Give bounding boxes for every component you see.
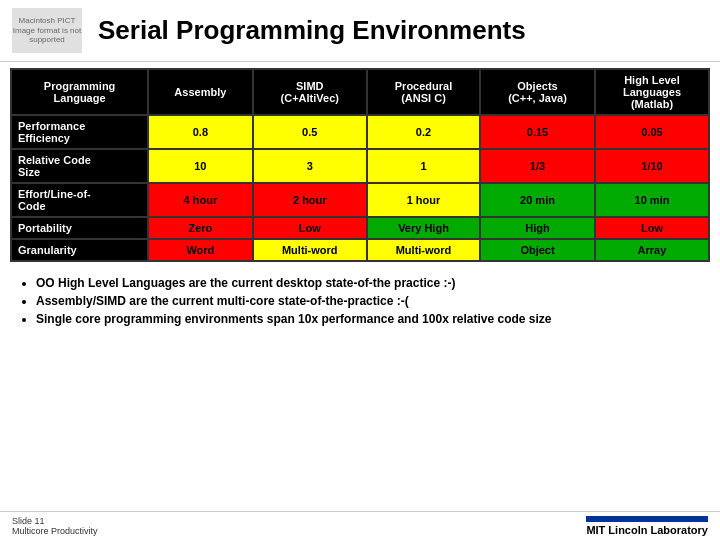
cell-effort-objects: 20 min — [480, 183, 595, 217]
table-row: PerformanceEfficiency 0.8 0.5 0.2 0.15 0… — [11, 115, 709, 149]
cell-effort-highlevel: 10 min — [595, 183, 709, 217]
cell-perf-highlevel: 0.05 — [595, 115, 709, 149]
cell-gran-highlevel: Array — [595, 239, 709, 261]
row-header-effort: Effort/Line-of-Code — [11, 183, 148, 217]
row-header-gran: Granularity — [11, 239, 148, 261]
cell-code-objects: 1/3 — [480, 149, 595, 183]
col-header-lang: ProgrammingLanguage — [11, 69, 148, 115]
cell-effort-simd: 2 hour — [253, 183, 367, 217]
cell-port-procedural: Very High — [367, 217, 480, 239]
table-row: Effort/Line-of-Code 4 hour 2 hour 1 hour… — [11, 183, 709, 217]
footer-bar — [586, 516, 708, 522]
row-header-code: Relative CodeSize — [11, 149, 148, 183]
cell-gran-procedural: Multi-word — [367, 239, 480, 261]
cell-perf-objects: 0.15 — [480, 115, 595, 149]
table-container: ProgrammingLanguage Assembly SIMD(C+Alti… — [0, 62, 720, 268]
cell-effort-procedural: 1 hour — [367, 183, 480, 217]
footer-left: Slide 11 Multicore Productivity — [12, 516, 98, 536]
list-item: OO High Level Languages are the current … — [36, 276, 708, 290]
cell-port-highlevel: Low — [595, 217, 709, 239]
page-title: Serial Programming Environments — [98, 15, 526, 46]
col-header-assembly: Assembly — [148, 69, 252, 115]
comparison-table: ProgrammingLanguage Assembly SIMD(C+Alti… — [10, 68, 710, 262]
cell-port-objects: High — [480, 217, 595, 239]
course-label: Multicore Productivity — [12, 526, 98, 536]
list-item: Assembly/SIMD are the current multi-core… — [36, 294, 708, 308]
cell-gran-assembly: Word — [148, 239, 252, 261]
list-item: Single core programming environments spa… — [36, 312, 708, 326]
cell-perf-simd: 0.5 — [253, 115, 367, 149]
col-header-procedural: Procedural(ANSI C) — [367, 69, 480, 115]
cell-effort-assembly: 4 hour — [148, 183, 252, 217]
footer: Slide 11 Multicore Productivity MIT Linc… — [0, 511, 720, 540]
col-header-objects: Objects(C++, Java) — [480, 69, 595, 115]
row-header-perf: PerformanceEfficiency — [11, 115, 148, 149]
footer-right: MIT Lincoln Laboratory — [586, 516, 708, 536]
cell-port-simd: Low — [253, 217, 367, 239]
table-row: Portability Zero Low Very High High Low — [11, 217, 709, 239]
cell-code-highlevel: 1/10 — [595, 149, 709, 183]
cell-code-simd: 3 — [253, 149, 367, 183]
cell-perf-assembly: 0.8 — [148, 115, 252, 149]
logo: Macintosh PICT Image format is not suppo… — [12, 8, 82, 53]
page: Macintosh PICT Image format is not suppo… — [0, 0, 720, 540]
col-header-simd: SIMD(C+AltiVec) — [253, 69, 367, 115]
table-row: Relative CodeSize 10 3 1 1/3 1/10 — [11, 149, 709, 183]
org-label: MIT Lincoln Laboratory — [586, 524, 708, 536]
table-row: Granularity Word Multi-word Multi-word O… — [11, 239, 709, 261]
slide-label: Slide 11 — [12, 516, 98, 526]
cell-code-procedural: 1 — [367, 149, 480, 183]
cell-perf-procedural: 0.2 — [367, 115, 480, 149]
cell-code-assembly: 10 — [148, 149, 252, 183]
cell-gran-objects: Object — [480, 239, 595, 261]
cell-port-assembly: Zero — [148, 217, 252, 239]
bullet-list: OO High Level Languages are the current … — [12, 276, 708, 326]
row-header-port: Portability — [11, 217, 148, 239]
bullets-section: OO High Level Languages are the current … — [0, 268, 720, 338]
header: Macintosh PICT Image format is not suppo… — [0, 0, 720, 62]
col-header-highlevel: High LevelLanguages(Matlab) — [595, 69, 709, 115]
cell-gran-simd: Multi-word — [253, 239, 367, 261]
logo-text: Macintosh PICT Image format is not suppo… — [12, 16, 82, 45]
